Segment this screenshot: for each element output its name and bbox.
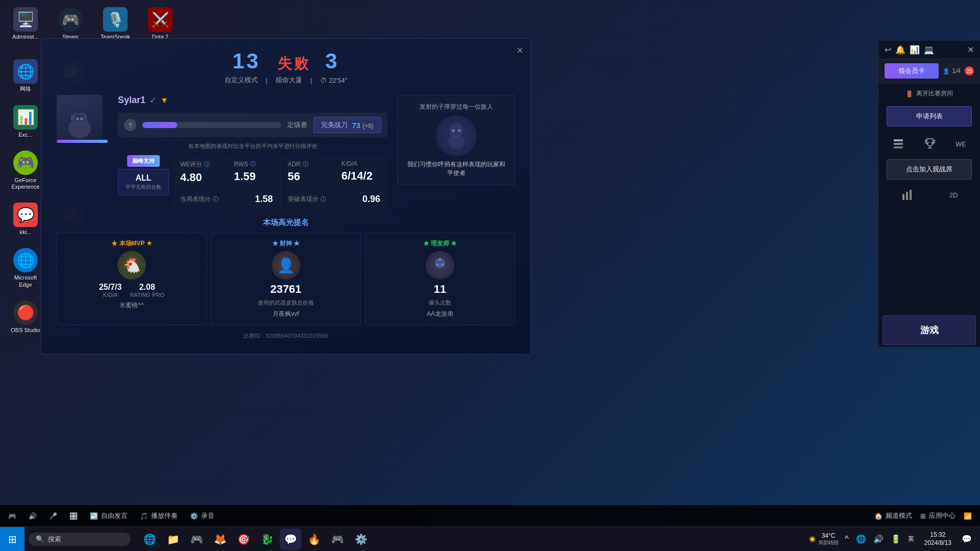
bell-icon[interactable]: 🔔 <box>895 45 905 55</box>
notification-center-icon[interactable]: 💬 <box>960 532 974 546</box>
layers-icon-btn[interactable] <box>888 135 909 153</box>
barber-avatar-icon <box>430 255 450 276</box>
taskbar-search[interactable]: 🔍 搜索 <box>29 533 131 546</box>
player-section: PWA <box>41 90 530 214</box>
score-header: 13 失败 3 自定义模式 | 殒命大厦 | ⏱ 22'54" <box>41 39 530 90</box>
tier-stats-row: 巅峰支持 ALL 平平无奇回合数 WE评分 ⓘ <box>118 155 387 209</box>
toolbar-mix[interactable]: 🎛️ <box>69 512 78 520</box>
search-icon: 🔍 <box>36 535 44 543</box>
trophy-icon <box>924 138 936 150</box>
toolbar-record[interactable]: ⚙️ 录音 <box>190 511 214 520</box>
toolbar-free-speak[interactable]: ↩️ 自由发言 <box>90 511 128 520</box>
monitor-icon[interactable]: 💻 <box>924 45 934 55</box>
taskbar-app-steam[interactable]: 🎮 <box>186 529 207 550</box>
tray-battery-icon[interactable]: 🔋 <box>889 532 903 546</box>
svg-rect-20 <box>910 190 912 200</box>
rank-help-icon[interactable]: ? <box>124 119 136 131</box>
tray-network-icon[interactable]: 🌐 <box>854 532 868 546</box>
toolbar-signal[interactable]: 📶 <box>964 512 972 520</box>
barber-badge: ★ 理发师 ★ <box>423 239 457 248</box>
game-button[interactable]: 游戏 <box>883 315 976 345</box>
panel-close-icon[interactable]: ✕ <box>967 45 974 55</box>
adr-label: ADR ⓘ <box>288 160 327 168</box>
tray-volume-icon[interactable]: 🔊 <box>871 532 886 546</box>
taskbar-app-qq[interactable]: 💬 <box>280 529 301 550</box>
lang-indicator[interactable]: 英 <box>906 533 916 545</box>
toolbar-channel[interactable]: 🏠 频道模式 <box>874 511 912 520</box>
volume-icon: 🔊 <box>29 512 37 520</box>
back-icon[interactable]: ↩ <box>885 45 891 55</box>
we-label: WE评分 ⓘ <box>180 160 219 169</box>
player-avatar-wrap: PWA <box>57 95 108 141</box>
rank-progress-bar <box>57 140 108 143</box>
join-battle-button[interactable]: 点击加入观战席 <box>887 159 972 180</box>
wealth-value: 23761 <box>270 283 301 296</box>
chart-icon[interactable]: 📊 <box>910 45 920 55</box>
extra1-info-icon[interactable]: ⓘ <box>213 195 218 203</box>
bar-chart-icon <box>901 189 913 201</box>
kda-label: K/D/A <box>341 160 380 167</box>
wealth-avatar: 👤 <box>272 251 300 280</box>
player-icon-small: 👤 <box>943 68 950 74</box>
toolbar-mic[interactable]: 🎤 <box>49 512 57 520</box>
trophy-icon-btn[interactable] <box>920 135 940 153</box>
desktop-icon-admin[interactable]: 🖥️ Administ... <box>5 5 46 49</box>
taskbar-app-file[interactable]: 📁 <box>162 529 184 550</box>
taskbar: ⊞ 🔍 搜索 🌐 📁 🎮 🦊 🎯 🐉 💬 🔥 🎮 ⚙️ ☀️ 34°C <box>0 527 980 551</box>
gamepad-icon: 🎮 <box>8 512 16 520</box>
desktop: 🖥️ Administ... 🎮 Steam 🎙️ TeamSpeak3 ⚔️ … <box>0 0 980 551</box>
toolbar-music[interactable]: 🎵 播放伴奏 <box>140 511 178 520</box>
extra2-info-icon[interactable]: ⓘ <box>321 195 326 203</box>
taskbar-app-taskbar1[interactable]: 🎮 <box>327 529 348 550</box>
highlight-cards: ★ 本场MVP ★ 🐔 25/7/3 K/D/A 2.08 RATING PRO… <box>57 233 515 325</box>
toolbar-volume[interactable]: 🔊 <box>29 512 37 520</box>
bar-row: 2D <box>878 182 980 208</box>
taskbar-app-game1[interactable]: 🎯 <box>233 529 254 550</box>
leave-room-button[interactable]: 🚪 离开比赛房间 <box>883 85 976 102</box>
return-icon: ↩️ <box>90 512 98 520</box>
svg-point-7 <box>448 135 464 149</box>
wealth-name: 月夜枫vvf <box>273 310 299 318</box>
desktop-icon-excel[interactable]: 📊 Exc... <box>5 103 46 140</box>
svg-rect-15 <box>894 146 903 148</box>
stats-note: 在本地图的表现对比全平台的平均水平进行分级评价 <box>118 141 387 151</box>
desktop-icon-edge[interactable]: 🌐 Microsoft Edge <box>5 246 46 290</box>
tray-arrow-icon[interactable]: ^ <box>843 533 851 546</box>
kda-value: 6/14/2 <box>341 169 380 183</box>
adr-info-icon[interactable]: ⓘ <box>303 160 308 168</box>
modal-close-button[interactable]: × <box>517 44 523 57</box>
apply-button[interactable]: 申请列表 <box>887 106 972 127</box>
kda-stat-cell: K/D/A 6/14/2 <box>334 155 387 189</box>
desktop-icon-network[interactable]: 🌐 网络 <box>5 57 46 94</box>
bar-chart-icon-btn[interactable] <box>897 186 917 204</box>
desktop-icon-kkl[interactable]: 💬 kkl... <box>5 201 46 238</box>
extra-stats: 当局表现分 ⓘ 1.58 突破表现分 ⓘ 0.96 <box>173 190 387 209</box>
rws-info-icon[interactable]: ⓘ <box>250 160 256 168</box>
taskbar-apps: 🌐 📁 🎮 🦊 🎯 🐉 💬 🔥 🎮 ⚙️ <box>135 529 802 550</box>
defeat-label: 失败 <box>278 56 316 71</box>
music-icon: 🎵 <box>140 512 148 520</box>
toolbar-gamepad[interactable]: 🎮 <box>8 512 16 520</box>
we-info-icon[interactable]: ⓘ <box>204 161 210 168</box>
achievement-panel: 发射的子弹穿过每一位敌人 我们习惯你呼捎有这样表现的玩家和平使者 <box>398 95 515 185</box>
toolbar-apps-center[interactable]: ⊞ 应用中心 <box>920 511 955 520</box>
extra-stat-1: 当局表现分 ⓘ 1.58 <box>173 190 280 209</box>
stats-container: Sylar1 ✓ ▼ ? 定级赛 完美战刀 73 (+0) <box>118 95 387 209</box>
mvp-name: 水蜜桃^^ <box>119 301 143 310</box>
taskbar-app-fox[interactable]: 🦊 <box>209 529 231 550</box>
taskbar-app-browser[interactable]: 🌐 <box>139 529 160 550</box>
apply-section: 申请列表 <box>878 104 980 131</box>
desktop-icon-obs[interactable]: 🔴 OBS Studio <box>5 298 46 336</box>
weather-widget[interactable]: ☀️ 34°C 局部晴朗 <box>808 532 839 546</box>
achieve-desc: 我们习惯你呼捎有这样表现的玩家和平使者 <box>405 160 507 178</box>
vip-card-button[interactable]: 领会员卡 <box>885 63 939 79</box>
svg-point-3 <box>76 117 79 120</box>
taskbar-app-dragon[interactable]: 🐉 <box>256 529 278 550</box>
taskbar-app-fire[interactable]: 🔥 <box>303 529 325 550</box>
barber-avatar <box>426 251 454 280</box>
taskbar-app-taskbar2[interactable]: ⚙️ <box>350 529 372 550</box>
signal-icon: 📶 <box>964 512 972 520</box>
start-button[interactable]: ⊞ <box>0 527 24 552</box>
desktop-icon-geforce[interactable]: 🎮 GeForce Experience <box>5 148 46 192</box>
taskbar-clock[interactable]: 15:32 2024/8/13 <box>920 531 955 547</box>
